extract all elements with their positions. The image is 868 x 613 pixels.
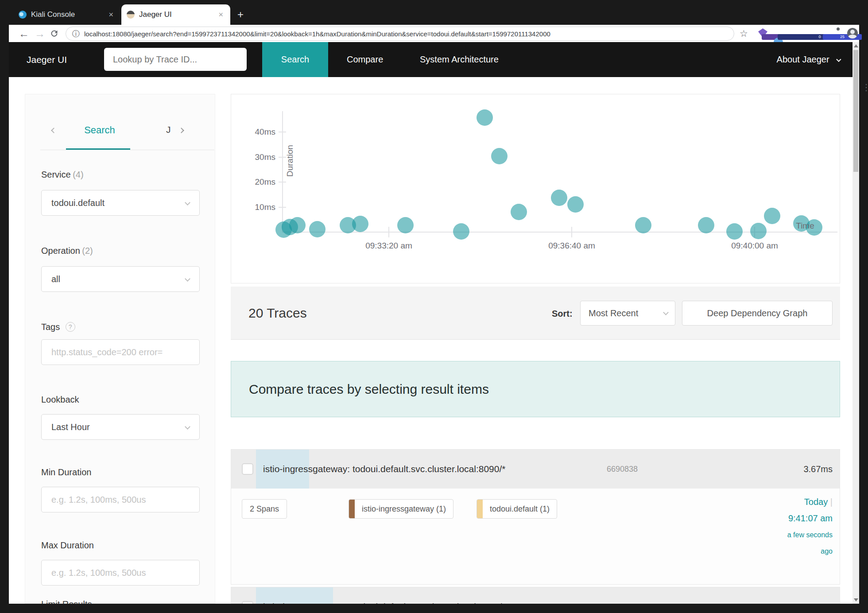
- jaeger-navbar: Jaeger UI Search Compare System Architec…: [9, 42, 852, 77]
- span-count-pill: 2 Spans: [242, 499, 287, 519]
- trace-dot[interactable]: [750, 223, 767, 239]
- puzzle-bump: [837, 27, 840, 31]
- info-icon[interactable]: ⓘ: [72, 29, 80, 39]
- min-duration-label: Min Duration: [41, 467, 91, 477]
- bookmark-star-icon[interactable]: ☆: [740, 25, 748, 42]
- trace-checkbox[interactable]: [242, 601, 253, 604]
- trace-dot[interactable]: [551, 190, 567, 206]
- operation-label: Operation (2): [41, 246, 93, 256]
- url-bar[interactable]: ⓘ localhost:18080/jaeger/search?end=1599…: [66, 27, 734, 41]
- trace-dot[interactable]: [491, 148, 508, 164]
- trace-dot[interactable]: [477, 109, 493, 126]
- back-icon[interactable]: ←: [19, 25, 29, 42]
- x-tick-mark: [388, 227, 389, 237]
- service-pill: istio-ingressgateway (1): [349, 499, 453, 519]
- trace-relative-time: ago: [787, 543, 833, 559]
- trace-id: 6690838: [607, 450, 638, 489]
- close-icon[interactable]: ×: [107, 10, 115, 19]
- operation-select[interactable]: all: [41, 266, 200, 292]
- profile-avatar[interactable]: [847, 28, 858, 39]
- x-tick-label: 09:36:40 am: [541, 241, 603, 251]
- max-duration-input[interactable]: [41, 560, 200, 586]
- jaeger-brand[interactable]: Jaeger UI: [27, 42, 67, 77]
- page-scrollbar[interactable]: [852, 42, 859, 604]
- trace-dot[interactable]: [635, 217, 651, 233]
- chevron-left-icon[interactable]: [51, 128, 57, 133]
- limit-results-label: Limit Results: [41, 599, 92, 604]
- app-content: Search J Service (4) todoui.default Oper…: [9, 77, 852, 604]
- jaeger-favicon: [127, 11, 135, 19]
- y-tick-mark: [279, 132, 286, 132]
- service-pill-label: todoui.default (1): [483, 504, 557, 514]
- y-tick-label: 40ms: [244, 127, 275, 137]
- trace-count: 20 Traces: [248, 306, 307, 321]
- tab-jaeger-ui[interactable]: Jaeger UI ×: [121, 4, 230, 25]
- sort-select[interactable]: Most Recent: [580, 301, 675, 326]
- trace-result-card[interactable]: istio-ingressgateway: todoui.default.svc…: [231, 587, 840, 604]
- trace-dot[interactable]: [764, 208, 780, 224]
- service-color-bar: [477, 500, 483, 518]
- y-tick-label: 20ms: [244, 177, 275, 187]
- trace-result-card[interactable]: istio-ingressgateway: todoui.default.svc…: [231, 449, 840, 585]
- tab-strip: Kiali Console × Jaeger UI × +: [9, 4, 859, 25]
- sort-label: Sort:: [552, 309, 573, 319]
- lookback-select[interactable]: Last Hour: [41, 414, 200, 440]
- min-duration-input[interactable]: [41, 487, 200, 512]
- y-axis-title: Duration: [285, 128, 295, 194]
- browser-toolbar: ← → ⓘ localhost:18080/jaeger/search?end=…: [9, 25, 859, 42]
- duration-scatter-chart: Duration Time 10ms20ms30ms40ms09:33:20 a…: [231, 94, 840, 283]
- service-color-bar: [349, 500, 355, 518]
- tab-kiali-console[interactable]: Kiali Console ×: [13, 4, 120, 25]
- trace-dot[interactable]: [726, 223, 743, 240]
- trace-checkbox[interactable]: [242, 463, 253, 475]
- trace-title: istio-ingressgateway: todoui.default.svc…: [263, 587, 505, 604]
- nav-tab-compare[interactable]: Compare: [347, 42, 383, 77]
- y-tick-mark: [279, 157, 286, 158]
- trace-title: istio-ingressgateway: todoui.default.svc…: [263, 450, 505, 489]
- y-tick-label: 10ms: [244, 202, 275, 212]
- trace-relative-time: a few seconds: [787, 527, 833, 543]
- sidebar-tab-clipped[interactable]: J: [166, 124, 171, 135]
- scroll-down-arrow[interactable]: [854, 598, 858, 601]
- trace-dot[interactable]: [309, 221, 326, 237]
- nav-tab-search[interactable]: Search: [262, 42, 328, 77]
- trace-dot[interactable]: [698, 217, 714, 233]
- trace-dot[interactable]: [352, 216, 368, 232]
- deep-dependency-graph-button[interactable]: Deep Dependency Graph: [682, 301, 833, 326]
- new-tab-button[interactable]: +: [237, 8, 244, 21]
- chevron-right-icon[interactable]: [178, 128, 184, 133]
- x-axis-title: Time: [787, 221, 823, 231]
- y-tick-mark: [279, 207, 286, 208]
- forward-icon[interactable]: →: [35, 25, 45, 42]
- trace-dot[interactable]: [289, 217, 306, 233]
- chevron-down-icon: [836, 57, 841, 62]
- browser-menu-icon[interactable]: ⋮: [862, 79, 868, 96]
- tags-input[interactable]: [41, 339, 200, 365]
- nav-tab-system-architecture[interactable]: System Architecture: [420, 42, 499, 77]
- service-pill-label: istio-ingressgateway (1): [355, 504, 453, 514]
- trace-dot[interactable]: [453, 223, 469, 240]
- banner-text: Compare traces by selecting result items: [249, 382, 489, 397]
- lookback-label: Lookback: [41, 395, 79, 405]
- trace-card-header: istio-ingressgateway: todoui.default.svc…: [231, 450, 840, 489]
- service-pill: todoui.default (1): [477, 499, 557, 519]
- scrollbar-thumb[interactable]: [853, 50, 858, 172]
- service-label: Service (4): [41, 170, 84, 180]
- y-tick-mark: [279, 182, 286, 182]
- about-jaeger-menu[interactable]: About Jaeger: [777, 42, 839, 77]
- chevron-down-icon: [663, 310, 669, 315]
- x-tick-label: 09:40:00 am: [724, 241, 786, 251]
- close-icon[interactable]: ×: [217, 10, 225, 19]
- trace-dot[interactable]: [397, 217, 414, 233]
- scroll-up-arrow[interactable]: [854, 44, 858, 47]
- trace-lookup-input[interactable]: [104, 48, 247, 71]
- refresh-icon[interactable]: [50, 29, 59, 38]
- service-select[interactable]: todoui.default: [41, 190, 200, 216]
- tags-label: Tags ?: [41, 322, 75, 332]
- sidebar-tab-search[interactable]: Search: [69, 124, 131, 136]
- help-icon[interactable]: ?: [66, 322, 75, 332]
- y-axis-line: [282, 111, 283, 233]
- trace-dot[interactable]: [511, 204, 527, 220]
- trace-dot[interactable]: [567, 196, 584, 213]
- trace-time: 9:41:07 am: [787, 510, 833, 527]
